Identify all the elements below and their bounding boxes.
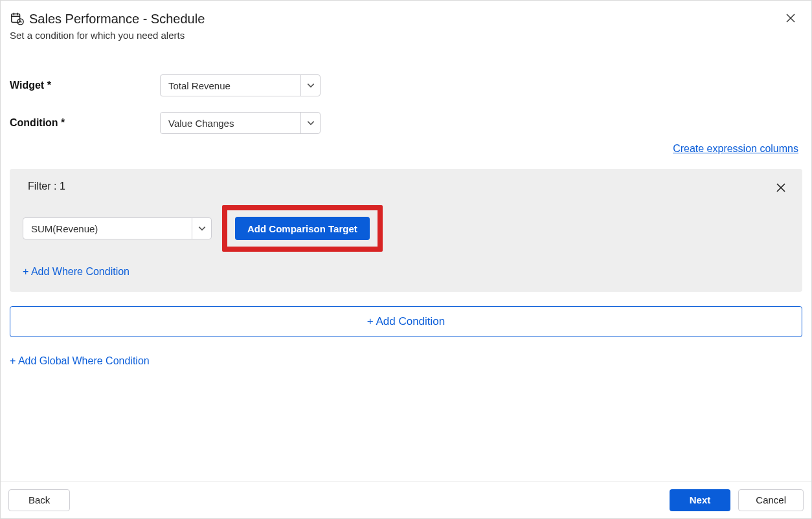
dialog-header: Sales Performance - Schedule Set a condi… [1,1,811,43]
condition-row: Condition * Value Changes [10,112,802,134]
calendar-schedule-icon [10,11,24,27]
expression-link-row: Create expression columns [10,143,802,155]
widget-select-value: Total Revenue [161,75,300,96]
add-condition-button[interactable]: + Add Condition [10,306,802,337]
svg-line-6 [21,22,22,23]
svg-rect-0 [12,14,20,23]
chevron-down-icon [192,218,211,239]
aggregate-select-value: SUM(Revenue) [23,218,192,239]
condition-select[interactable]: Value Changes [160,112,321,134]
close-icon [776,181,785,195]
close-icon [786,13,795,25]
dialog-footer: Back Next Cancel [1,481,811,518]
chevron-down-icon [300,75,320,96]
close-dialog-button[interactable] [784,12,797,25]
remove-filter-button[interactable] [773,181,789,195]
add-where-condition-link[interactable]: + Add Where Condition [23,266,130,278]
dialog-subtitle: Set a condition for which you need alert… [10,30,801,41]
widget-label: Widget * [10,80,160,91]
filter-row: SUM(Revenue) Add Comparison Target [23,205,789,252]
next-button[interactable]: Next [670,489,731,511]
title-row: Sales Performance - Schedule [10,11,801,27]
filter-title: Filter : 1 [28,181,789,192]
add-global-where-condition-link[interactable]: + Add Global Where Condition [10,355,150,367]
cancel-button[interactable]: Cancel [738,489,804,511]
dialog-body: Widget * Total Revenue Condition * Value… [1,43,811,481]
add-comparison-target-button[interactable]: Add Comparison Target [235,217,370,240]
chevron-down-icon [300,113,320,133]
widget-select[interactable]: Total Revenue [160,74,321,96]
widget-row: Widget * Total Revenue [10,74,802,96]
condition-select-value: Value Changes [161,113,300,133]
condition-label: Condition * [10,117,160,129]
highlight-box: Add Comparison Target [222,205,383,252]
filter-card: Filter : 1 SUM(Revenue) Add C [10,169,802,292]
schedule-dialog: Sales Performance - Schedule Set a condi… [0,0,812,519]
back-button[interactable]: Back [8,489,70,511]
aggregate-select[interactable]: SUM(Revenue) [23,217,212,239]
dialog-title: Sales Performance - Schedule [29,12,205,27]
create-expression-columns-link[interactable]: Create expression columns [673,143,798,155]
